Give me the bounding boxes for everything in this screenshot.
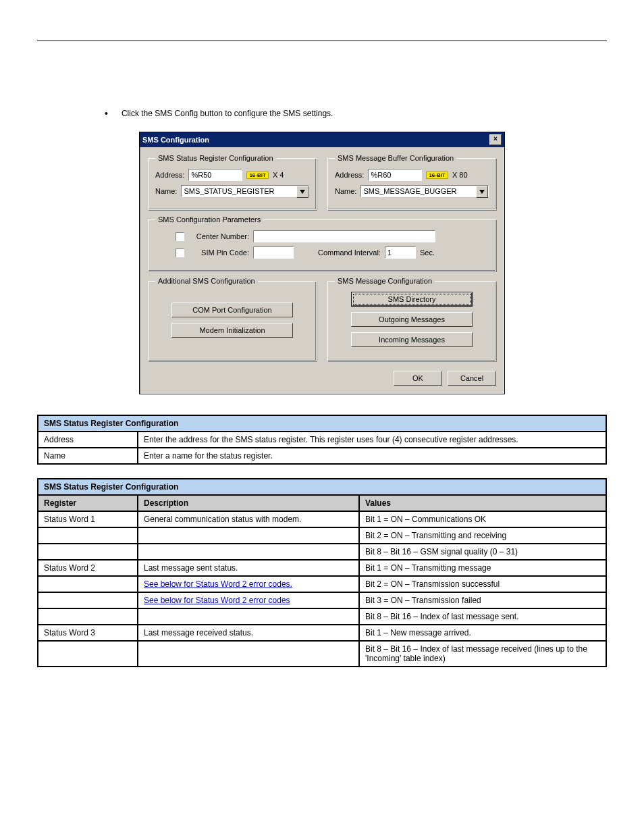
sms-config-dialog: SMS Configuration × SMS Status Register … [139,132,505,394]
table-row: Bit 2 = ON – Transmitting and receiving [38,527,606,544]
table1-r0c0: Address [38,432,138,448]
buffer-mult: X 80 [452,171,468,179]
cancel-button[interactable]: Cancel [448,371,496,386]
table1-r1c1: Enter a name for the status register. [138,448,606,464]
table-row: Status Word 1General communication statu… [38,511,606,527]
status-register-group: SMS Status Register Configuration Addres… [148,154,317,210]
status-word-2-link[interactable]: See below for Status Word 2 error codes. [144,579,292,589]
status-register-values-table: SMS Status Register Configuration Regist… [37,478,607,667]
sms-params-legend: SMS Configuration Parameters [155,215,263,224]
bullet-dot: • [105,109,108,118]
sim-pin-label: SIM Pin Code: [188,249,249,257]
ok-button[interactable]: OK [394,371,442,386]
buffer-address-input[interactable] [368,169,422,181]
outgoing-messages-button[interactable]: Outgoing Messages [351,312,473,327]
table-row: Bit 8 – Bit 16 – Index of last message s… [38,608,606,625]
modem-init-button[interactable]: Modem Initialization [171,323,293,338]
table-row: Status Word 3Last message received statu… [38,625,606,641]
table2-header: SMS Status Register Configuration [38,479,606,495]
sms-message-config-group: SMS Message Configuration SMS Directory … [327,277,496,361]
titlebar: SMS Configuration × [140,132,504,147]
sms-directory-button[interactable]: SMS Directory [351,292,473,307]
svg-marker-1 [479,190,485,194]
status-register-legend: SMS Status Register Configuration [155,154,276,162]
status-name-label: Name: [155,187,177,195]
table1-r0c1: Enter the address for the SMS status reg… [138,432,606,448]
table-row: Status Word 2Last message sent status.Bi… [38,560,606,576]
sms-params-group: SMS Configuration Parameters Center Numb… [148,215,496,271]
table-row: Bit 8 – Bit 16 – Index of last message r… [38,641,606,667]
status-mult: X 4 [273,171,284,179]
table2-sub0: Register [38,495,138,511]
com-port-config-button[interactable]: COM Port Configuration [171,303,293,317]
sms-message-config-legend: SMS Message Configuration [335,277,435,285]
svg-marker-0 [300,190,305,194]
dialog-title: SMS Configuration [142,136,209,144]
additional-config-legend: Additional SMS Configuration [155,277,258,285]
intro-text: Click the SMS Config button to configure… [122,109,333,118]
message-buffer-legend: SMS Message Buffer Configuration [335,154,456,162]
buffer-name-label: Name: [335,187,356,195]
table-row: Name Enter a name for the status registe… [38,448,606,464]
chevron-down-icon[interactable] [476,186,488,198]
command-interval-label: Command Interval: [318,249,381,257]
buffer-name-input[interactable] [360,185,489,197]
status-address-input[interactable] [188,169,242,181]
status-address-label: Address: [155,171,184,179]
sim-pin-input[interactable] [253,246,294,259]
table-row: Bit 8 – Bit 16 – GSM signal quality (0 –… [38,544,606,560]
table-row: Address Enter the address for the SMS st… [38,432,606,448]
additional-config-group: Additional SMS Configuration COM Port Co… [148,277,317,361]
interval-unit: Sec. [420,249,435,257]
table2-sub1: Description [138,495,359,511]
message-buffer-group: SMS Message Buffer Configuration Address… [327,154,496,210]
table1-r1c0: Name [38,448,138,464]
status-word-2-link[interactable]: See below for Status Word 2 error codes [144,596,290,605]
buffer-address-label: Address: [335,171,364,179]
bit-badge: 16-BIT [246,172,268,179]
center-number-input[interactable] [253,230,435,242]
status-name-input[interactable] [181,185,309,197]
center-number-label: Center Number: [188,232,249,240]
close-icon[interactable]: × [489,134,502,145]
table2-sub2: Values [359,495,606,511]
sim-pin-checkbox[interactable] [176,249,184,257]
header-rule [37,41,607,41]
intro-bullet: • Click the SMS Config button to configu… [105,109,607,118]
command-interval-input[interactable] [385,246,416,259]
center-number-checkbox[interactable] [176,232,184,241]
incoming-messages-button[interactable]: Incoming Messages [351,332,473,347]
bit-badge: 16-BIT [426,172,448,179]
table-row: See below for Status Word 2 error codes.… [38,576,606,592]
status-register-config-table: SMS Status Register Configuration Addres… [37,415,607,465]
table-row: See below for Status Word 2 error codesB… [38,592,606,608]
chevron-down-icon[interactable] [296,186,308,198]
table1-header: SMS Status Register Configuration [38,415,606,432]
